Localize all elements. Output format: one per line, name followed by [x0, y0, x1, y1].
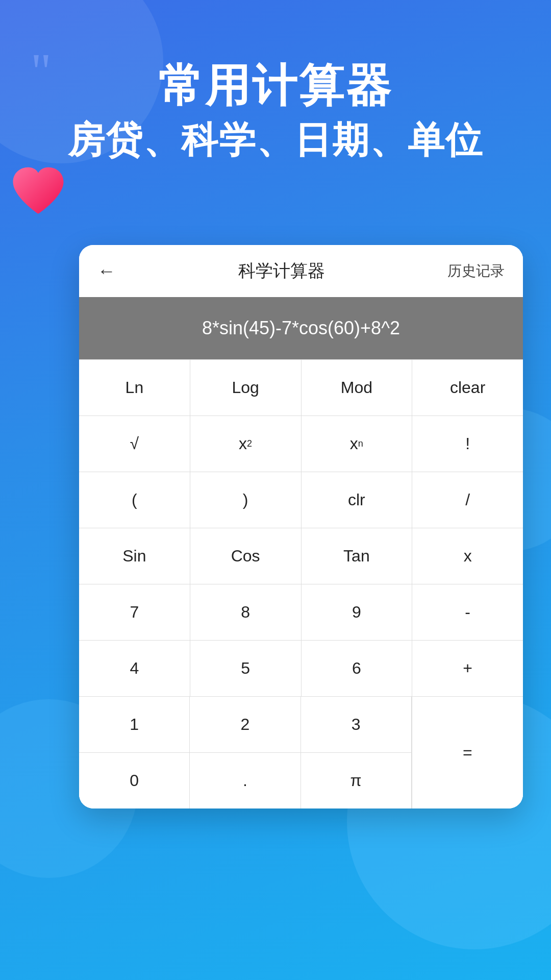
button-row-5: 7 8 9 - [79, 584, 523, 640]
calc-buttons: Ln Log Mod clear √ x2 xn ! ( ) clr / Sin… [79, 359, 523, 808]
btn-x2[interactable]: x2 [190, 416, 302, 472]
calculator-card: ← 科学计算器 历史记录 8*sin(45)-7*cos(60)+8^2 Ln … [79, 245, 523, 808]
button-row-7: 1 2 3 [79, 697, 412, 752]
back-button[interactable]: ← [97, 260, 116, 282]
btn-sqrt[interactable]: √ [79, 416, 190, 472]
calc-title: 科学计算器 [238, 259, 325, 283]
heart-decoration [10, 163, 66, 219]
calc-expression: 8*sin(45)-7*cos(60)+8^2 [202, 317, 400, 339]
btn-4[interactable]: 4 [79, 641, 190, 696]
btn-factorial[interactable]: ! [412, 416, 523, 472]
button-row-1: Ln Log Mod clear [79, 359, 523, 415]
page-title-sub: 房贷、科学、日期、单位 [0, 116, 551, 165]
btn-close-paren[interactable]: ) [190, 472, 302, 528]
btn-dot[interactable]: . [190, 753, 300, 808]
btn-minus[interactable]: - [412, 584, 523, 640]
btn-ln[interactable]: Ln [79, 360, 190, 415]
calc-display: 8*sin(45)-7*cos(60)+8^2 [79, 297, 523, 359]
button-row-2: √ x2 xn ! [79, 415, 523, 472]
button-row-4: Sin Cos Tan x [79, 528, 523, 584]
btn-xn[interactable]: xn [302, 416, 413, 472]
button-row-6: 4 5 6 + [79, 640, 523, 696]
btn-tan[interactable]: Tan [302, 528, 413, 584]
btn-3[interactable]: 3 [301, 697, 412, 752]
btn-1[interactable]: 1 [79, 697, 190, 752]
btn-2[interactable]: 2 [190, 697, 300, 752]
btn-0[interactable]: 0 [79, 753, 190, 808]
btn-clear[interactable]: clear [412, 360, 523, 415]
btn-clr[interactable]: clr [302, 472, 413, 528]
btn-plus[interactable]: + [412, 641, 523, 696]
btn-6[interactable]: 6 [302, 641, 413, 696]
btn-sin[interactable]: Sin [79, 528, 190, 584]
btn-open-paren[interactable]: ( [79, 472, 190, 528]
page-title-main: 常用计算器 [0, 61, 551, 111]
bottom-left-keys: 1 2 3 0 . π [79, 697, 412, 808]
btn-divide[interactable]: / [412, 472, 523, 528]
btn-cos[interactable]: Cos [190, 528, 302, 584]
btn-mod[interactable]: Mod [302, 360, 413, 415]
bottom-section: 1 2 3 0 . π = [79, 696, 523, 808]
btn-7[interactable]: 7 [79, 584, 190, 640]
history-button[interactable]: 历史记录 [447, 261, 505, 281]
btn-5[interactable]: 5 [190, 641, 302, 696]
header-section: 常用计算器 房贷、科学、日期、单位 [0, 61, 551, 165]
btn-multiply[interactable]: x [412, 528, 523, 584]
button-row-8: 0 . π [79, 752, 412, 808]
btn-log[interactable]: Log [190, 360, 302, 415]
button-row-3: ( ) clr / [79, 472, 523, 528]
btn-pi[interactable]: π [301, 753, 412, 808]
btn-equals[interactable]: = [412, 697, 523, 808]
btn-9[interactable]: 9 [302, 584, 413, 640]
btn-8[interactable]: 8 [190, 584, 302, 640]
calc-header: ← 科学计算器 历史记录 [79, 245, 523, 297]
